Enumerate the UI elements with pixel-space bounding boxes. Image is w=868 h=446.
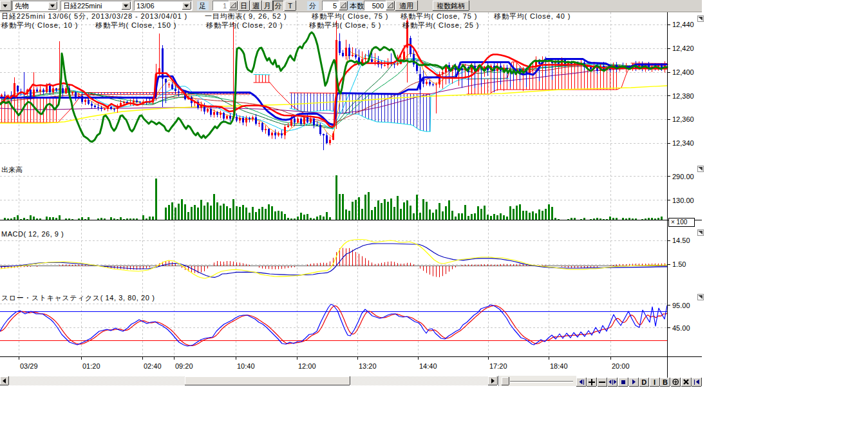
svg-text:12,400: 12,400 — [672, 68, 694, 76]
svg-text:移動平均( Close, 10 ): 移動平均( Close, 10 ) — [1, 21, 78, 29]
svg-text:03/29: 03/29 — [20, 362, 38, 370]
svg-text:一目均衡表( 9, 26, 52 ): 一目均衡表( 9, 26, 52 ) — [205, 12, 287, 20]
svg-text:12,380: 12,380 — [672, 92, 694, 100]
svg-text:× 100: × 100 — [671, 218, 688, 226]
svg-text:12,420: 12,420 — [672, 44, 694, 52]
svg-text:500: 500 — [372, 2, 384, 10]
svg-text:14.50: 14.50 — [672, 237, 690, 244]
svg-text:B: B — [663, 378, 668, 386]
svg-text:01:20: 01:20 — [82, 362, 100, 370]
svg-text:足: 足 — [199, 2, 206, 10]
svg-text:移動平均( Close, 25 ): 移動平均( Close, 25 ) — [402, 21, 479, 29]
svg-text:12:00: 12:00 — [298, 362, 316, 370]
svg-text:12,360: 12,360 — [672, 115, 694, 123]
svg-text:1.50: 1.50 — [672, 260, 686, 268]
svg-text:02:40: 02:40 — [144, 362, 162, 370]
svg-text:移動平均( Close, 75 ): 移動平均( Close, 75 ) — [401, 12, 477, 20]
svg-text:スロー・ストキャスティクス( 14, 3, 80, 20 ): スロー・ストキャスティクス( 14, 3, 80, 20 ) — [1, 294, 155, 302]
svg-text:12,440: 12,440 — [672, 21, 694, 28]
svg-text:適用: 適用 — [399, 2, 413, 10]
svg-text:10:40: 10:40 — [237, 362, 255, 370]
svg-text:13:20: 13:20 — [359, 362, 377, 370]
svg-text:移動平均( Close, 75 ): 移動平均( Close, 75 ) — [312, 12, 388, 20]
svg-text:45.00: 45.00 — [672, 324, 690, 332]
svg-text:複数銘柄: 複数銘柄 — [437, 2, 465, 10]
svg-text:I: I — [654, 378, 656, 386]
svg-text:5: 5 — [333, 2, 337, 10]
svg-text:本数: 本数 — [350, 2, 364, 10]
svg-text:移動平均( Close, 40 ): 移動平均( Close, 40 ) — [494, 12, 571, 20]
svg-text:移動平均( Close, 20 ): 移動平均( Close, 20 ) — [206, 21, 283, 29]
svg-text:130.00: 130.00 — [672, 197, 694, 204]
svg-text:T: T — [288, 2, 292, 10]
svg-text:18:40: 18:40 — [550, 362, 568, 370]
svg-text:先物: 先物 — [15, 2, 29, 10]
svg-text:14:40: 14:40 — [419, 362, 437, 370]
svg-text:12,340: 12,340 — [672, 139, 694, 147]
svg-text:09:20: 09:20 — [175, 362, 193, 370]
svg-text:月: 月 — [264, 2, 271, 10]
svg-text:分: 分 — [309, 2, 316, 10]
svg-text:出来高: 出来高 — [1, 166, 23, 173]
svg-text:週: 週 — [252, 2, 259, 10]
svg-text:日: 日 — [240, 2, 247, 10]
svg-text:MACD( 12, 26, 9 ): MACD( 12, 26, 9 ) — [1, 230, 64, 238]
svg-text:移動平均( Close, 150 ): 移動平均( Close, 150 ) — [95, 21, 176, 29]
svg-text:分: 分 — [275, 2, 282, 10]
svg-text:D: D — [641, 378, 646, 386]
svg-text:20:00: 20:00 — [612, 362, 630, 370]
svg-text:日経225mini 13/06( 5分, 2013/03/2: 日経225mini 13/06( 5分, 2013/03/28 - 2013/0… — [1, 12, 187, 20]
svg-text:17:20: 17:20 — [489, 362, 507, 370]
svg-text:1: 1 — [223, 2, 227, 10]
svg-text:290.00: 290.00 — [672, 173, 694, 180]
svg-text:13/06: 13/06 — [137, 2, 155, 10]
svg-text:移動平均( Close, 5 ): 移動平均( Close, 5 ) — [309, 21, 381, 29]
svg-text:95.00: 95.00 — [672, 302, 690, 309]
svg-text:日経225mini: 日経225mini — [63, 2, 102, 10]
